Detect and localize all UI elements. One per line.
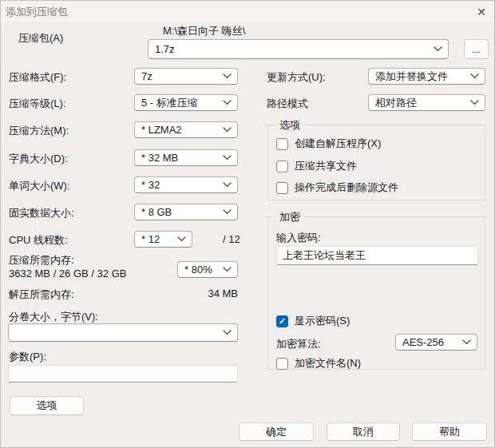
chevron-down-icon	[223, 330, 232, 335]
format-value: 7z	[141, 70, 152, 82]
chevron-down-icon	[177, 236, 186, 242]
path-mode-value: 相对路径	[375, 96, 417, 110]
format-label: 压缩格式(F):	[9, 70, 66, 85]
solid-block-value: * 8 GB	[141, 206, 172, 218]
chevron-down-icon	[223, 127, 232, 133]
cpu-threads-select[interactable]: * 12	[134, 231, 192, 248]
dictionary-value: * 32 MB	[141, 152, 178, 164]
update-mode-value: 添加并替换文件	[375, 69, 448, 84]
checkbox-encrypt-filenames[interactable]: 加密文件名(N)	[276, 356, 361, 371]
encryption-group-title: 加密	[275, 210, 304, 224]
update-mode-select[interactable]: 添加并替换文件	[368, 68, 485, 85]
encryption-method-label: 加密算法:	[276, 337, 321, 351]
cpu-threads-value: * 12	[141, 233, 160, 245]
encryption-method-select[interactable]: AES-256	[395, 334, 477, 351]
checkbox-label: 显示密码(S)	[295, 314, 350, 328]
path-mode-label: 路径模式	[267, 97, 308, 111]
chevron-down-icon	[223, 155, 232, 161]
cpu-threads-max: / 12	[223, 233, 240, 245]
memory-compress-label: 压缩所需内存:	[9, 253, 74, 268]
update-mode-label: 更新方式(U):	[267, 70, 326, 85]
checkbox-create-sfx[interactable]: 创建自解压程序(X)	[276, 137, 381, 151]
checkbox-icon	[276, 315, 288, 327]
checkbox-label: 创建自解压程序(X)	[295, 137, 381, 151]
checkbox-icon	[276, 358, 288, 370]
solid-block-label: 固实数据大小:	[9, 206, 74, 220]
help-button[interactable]: 帮助	[412, 422, 487, 441]
memory-compress-value: 3632 MB / 26 GB / 32 GB	[9, 268, 126, 280]
archive-name-combobox[interactable]	[148, 39, 449, 59]
solid-block-select[interactable]: * 8 GB	[134, 204, 238, 220]
parameters-label: 参数(P):	[9, 350, 46, 364]
window-title: 添加到压缩包	[6, 5, 68, 19]
checkbox-show-password[interactable]: 显示密码(S)	[276, 314, 350, 328]
title-bar: 添加到压缩包	[1, 1, 494, 22]
dictionary-select[interactable]: * 32 MB	[134, 149, 238, 166]
cpu-threads-label: CPU 线程数:	[9, 233, 68, 248]
chevron-down-icon	[223, 267, 232, 272]
format-select[interactable]: 7z	[134, 68, 238, 85]
path-mode-select[interactable]: 相对路径	[368, 94, 485, 111]
browse-button[interactable]: ...	[464, 39, 489, 59]
method-value: * LZMA2	[141, 124, 182, 136]
level-value: 5 - 标准压缩	[141, 96, 198, 110]
encryption-method-value: AES-256	[402, 336, 444, 348]
checkbox-delete-after[interactable]: 操作完成后删除源文件	[276, 180, 398, 195]
memory-percent-select[interactable]: * 80%	[177, 261, 238, 278]
volume-size-combobox[interactable]	[8, 323, 238, 342]
method-select[interactable]: * LZMA2	[134, 121, 238, 138]
level-label: 压缩等级(L):	[9, 97, 66, 111]
checkbox-compress-shared[interactable]: 压缩共享文件	[276, 159, 357, 173]
word-size-value: * 32	[141, 179, 160, 191]
checkbox-icon	[276, 161, 288, 172]
cancel-button[interactable]: 取消	[327, 422, 400, 441]
checkbox-icon	[276, 138, 288, 150]
level-select[interactable]: 5 - 标准压缩	[134, 94, 238, 111]
memory-decompress-value: 34 MB	[204, 287, 238, 299]
chevron-down-icon	[470, 100, 479, 105]
memory-decompress-label: 解压所需内存:	[9, 287, 74, 302]
password-input[interactable]	[276, 246, 478, 265]
archive-label: 压缩包(A)	[18, 31, 63, 46]
close-icon[interactable]: ✕	[471, 2, 492, 21]
ok-button[interactable]: 确定	[239, 422, 314, 441]
chevron-down-icon	[434, 46, 442, 52]
checkbox-label: 加密文件名(N)	[295, 356, 361, 371]
memory-percent-value: * 80%	[184, 264, 212, 276]
add-to-archive-dialog: 添加到压缩包 ✕ 压缩包(A) M:\森日向子 嗨丝\ ... 压缩格式(F):…	[0, 0, 495, 448]
checkbox-icon	[276, 182, 288, 194]
chevron-down-icon	[223, 73, 232, 79]
chevron-down-icon	[462, 339, 471, 345]
volume-size-input[interactable]	[10, 327, 220, 339]
chevron-down-icon	[223, 182, 232, 188]
checkbox-label: 压缩共享文件	[295, 159, 357, 173]
archive-dir-path: M:\森日向子 嗨丝\	[163, 24, 245, 38]
chevron-down-icon	[470, 73, 479, 79]
volume-size-label: 分卷大小，字节(V):	[9, 310, 98, 324]
method-label: 压缩方法(M):	[9, 124, 69, 138]
dictionary-label: 字典大小(D):	[9, 152, 68, 166]
options-button[interactable]: 选项	[10, 396, 84, 415]
chevron-down-icon	[223, 100, 232, 105]
password-label: 输入密码:	[276, 231, 321, 245]
parameters-input[interactable]	[8, 365, 238, 383]
chevron-down-icon	[223, 209, 232, 215]
word-size-label: 单词大小(W):	[9, 179, 70, 193]
checkbox-label: 操作完成后删除源文件	[295, 180, 398, 195]
archive-name-input[interactable]	[150, 43, 430, 55]
options-group-title: 选项	[275, 118, 304, 133]
word-size-select[interactable]: * 32	[134, 176, 238, 193]
